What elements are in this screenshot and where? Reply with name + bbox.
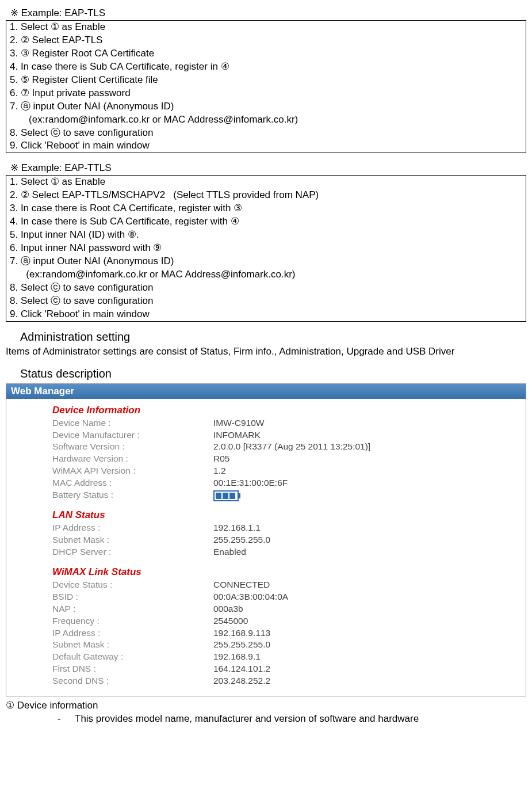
- example-tls-box: 1. Select ① as Enable 2. ② Select EAP-TL…: [6, 20, 526, 153]
- label: Battery Status :: [52, 489, 213, 501]
- value: 255.255.255.0: [213, 639, 270, 651]
- example-line: 2. ② Select EAP-TTLS/MSCHAPV2 (Select TT…: [10, 189, 522, 202]
- label: Frequency :: [52, 615, 213, 627]
- group-device-information: Device Information: [52, 405, 503, 416]
- example-line: 1. Select ① as Enable: [10, 21, 522, 34]
- web-manager-body: Device Information Device Name :IMW-C910…: [6, 399, 526, 696]
- administration-setting-text: Items of Administrator settings are cons…: [6, 345, 526, 359]
- dash-icon: -: [58, 713, 75, 725]
- value: 2.0.0.0 [R3377 (Aug 25 2011 13:25:01)]: [213, 441, 370, 453]
- value: IMW-C910W: [213, 417, 264, 429]
- example-line: 1. Select ① as Enable: [10, 176, 522, 189]
- device-information-bullet: - This provides model name, manufacturer…: [58, 713, 526, 725]
- battery-icon: [213, 490, 239, 501]
- row-bsid: BSID :00:0A:3B:00:04:0A: [52, 591, 503, 603]
- label: First DNS :: [52, 663, 213, 675]
- value: 2545000: [213, 615, 248, 627]
- row-default-gateway: Default Gateway :192.168.9.1: [52, 651, 503, 663]
- example-line: 4. In case there is Sub CA Certificate, …: [10, 60, 522, 74]
- value: 000a3b: [213, 603, 243, 615]
- example-ttls-header: ※ Example: EAP-TTLS: [6, 162, 526, 174]
- label: IP Address :: [52, 522, 213, 534]
- web-manager-header: Web Manager: [6, 384, 526, 399]
- example-line: 3. In case there is Root CA Certificate,…: [10, 202, 522, 215]
- example-line: 9. Click 'Reboot' in main window: [10, 308, 522, 321]
- label: Subnet Mask :: [52, 639, 213, 651]
- row-battery-status: Battery Status :: [52, 489, 503, 501]
- example-line: 5. ⑤ Register Client Certificate file: [10, 74, 522, 87]
- row-wimax-api-version: WiMAX API Version :1.2: [52, 465, 503, 477]
- example-line: 9. Click 'Reboot' in main window: [10, 139, 522, 153]
- row-software-version: Software Version :2.0.0.0 [R3377 (Aug 25…: [52, 441, 503, 453]
- example-tls-header: ※ Example: EAP-TLS: [6, 7, 526, 19]
- value: 192.168.9.1: [213, 651, 261, 663]
- value: 1.2: [213, 465, 226, 477]
- value: INFOMARK: [213, 429, 261, 441]
- example-line: 6. Input inner NAI password with ⑨: [10, 242, 522, 255]
- web-manager-panel: Web Manager Device Information Device Na…: [6, 383, 526, 697]
- value: CONNECTED: [213, 579, 270, 591]
- device-information-footer: ① Device information: [6, 699, 526, 711]
- status-description-title: Status description: [20, 367, 526, 380]
- row-lan-ip: IP Address :192.168.1.1: [52, 522, 503, 534]
- example-line: 3. ③ Register Root CA Certificate: [10, 47, 522, 60]
- row-device-manufacturer: Device Manufacturer :INFOMARK: [52, 429, 503, 441]
- value: 192.168.9.113: [213, 627, 270, 639]
- label: Device Name :: [52, 417, 213, 429]
- value: 164.124.101.2: [213, 663, 270, 675]
- row-wimax-ip: IP Address :192.168.9.113: [52, 627, 503, 639]
- row-second-dns: Second DNS :203.248.252.2: [52, 675, 503, 687]
- row-device-name: Device Name :IMW-C910W: [52, 417, 503, 429]
- example-ttls-box: 1. Select ① as Enable 2. ② Select EAP-TT…: [6, 175, 526, 321]
- value: R05: [213, 453, 229, 465]
- example-line: 8. Select ⓒ to save configuration: [10, 127, 522, 140]
- example-line: 5. Input inner NAI (ID) with ⑧.: [10, 228, 522, 242]
- group-lan-status: LAN Status: [52, 509, 503, 521]
- label: BSID :: [52, 591, 213, 603]
- row-hardware-version: Hardware Version :R05: [52, 453, 503, 465]
- bullet-text: This provides model name, manufacturer a…: [75, 713, 419, 725]
- example-line: 2. ② Select EAP-TLS: [10, 34, 522, 47]
- label: Default Gateway :: [52, 651, 213, 663]
- value: 255.255.255.0: [213, 534, 270, 546]
- example-line: (ex:random@infomark.co.kr or MAC Address…: [10, 113, 522, 127]
- label: Software Version :: [52, 441, 213, 453]
- example-line: 8. Select ⓒ to save configuration: [10, 281, 522, 295]
- value: 192.168.1.1: [213, 522, 261, 534]
- value: 203.248.252.2: [213, 675, 270, 687]
- label: MAC Address :: [52, 477, 213, 489]
- label: Second DNS :: [52, 675, 213, 687]
- row-mac-address: MAC Address :00:1E:31:00:0E:6F: [52, 477, 503, 489]
- example-line: 6. ⑦ Input private password: [10, 87, 522, 100]
- row-nap: NAP :000a3b: [52, 603, 503, 615]
- label: DHCP Server :: [52, 546, 213, 558]
- label: IP Address :: [52, 627, 213, 639]
- row-device-status: Device Status :CONNECTED: [52, 579, 503, 591]
- example-line: 8. Select ⓒ to save configuration: [10, 295, 522, 308]
- value: 00:0A:3B:00:04:0A: [213, 591, 288, 603]
- row-first-dns: First DNS :164.124.101.2: [52, 663, 503, 675]
- value: [213, 489, 239, 501]
- group-wimax-link-status: WiMAX Link Status: [52, 566, 503, 578]
- label: NAP :: [52, 603, 213, 615]
- label: WiMAX API Version :: [52, 465, 213, 477]
- example-line: (ex:random@infomark.co.kr or MAC Address…: [10, 268, 522, 281]
- label: Subnet Mask :: [52, 534, 213, 546]
- row-frequency: Frequency :2545000: [52, 615, 503, 627]
- example-line: 4. In case there is Sub CA Certificate, …: [10, 215, 522, 228]
- example-line: 7. ⓐ input Outer NAI (Anonymous ID): [10, 255, 522, 268]
- row-wimax-subnet: Subnet Mask :255.255.255.0: [52, 639, 503, 651]
- label: Device Status :: [52, 579, 213, 591]
- example-line: 7. ⓐ input Outer NAI (Anonymous ID): [10, 100, 522, 113]
- administration-setting-title: Administration setting: [20, 330, 526, 344]
- label: Device Manufacturer :: [52, 429, 213, 441]
- value: 00:1E:31:00:0E:6F: [213, 477, 288, 489]
- label: Hardware Version :: [52, 453, 213, 465]
- row-lan-dhcp: DHCP Server :Enabled: [52, 546, 503, 558]
- value: Enabled: [213, 546, 246, 558]
- row-lan-subnet: Subnet Mask :255.255.255.0: [52, 534, 503, 546]
